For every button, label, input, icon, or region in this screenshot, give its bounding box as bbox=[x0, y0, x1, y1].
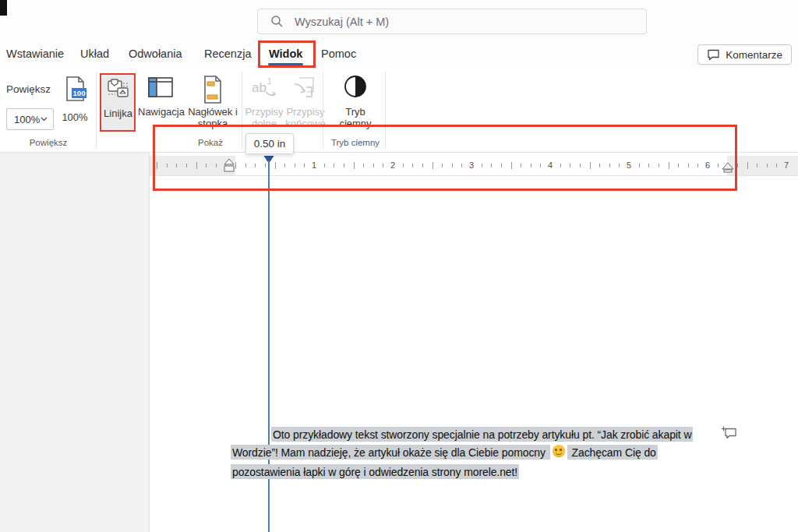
selected-text: pozostawienia łapki w górę i odwiedzenia… bbox=[231, 464, 519, 479]
ruler-tick bbox=[718, 164, 719, 167]
add-comment-indicator-icon[interactable] bbox=[722, 426, 737, 439]
footnotes-icon: ab 1 bbox=[245, 75, 284, 106]
zoom-100-page-icon: 100 bbox=[62, 75, 88, 109]
ruler-tick bbox=[324, 164, 325, 167]
ruler-tick bbox=[157, 162, 157, 169]
group-divider bbox=[242, 72, 242, 148]
header-footer-icon bbox=[185, 75, 241, 106]
svg-text:100: 100 bbox=[73, 89, 86, 97]
dark-mode-button[interactable]: Tryb ciemny bbox=[331, 75, 380, 129]
ruler-tick bbox=[304, 164, 305, 167]
tab-odwolania[interactable]: Odwołania bbox=[129, 41, 182, 69]
paragraph-line-1: Oto przykładowy tekst stworzony specjaln… bbox=[231, 425, 745, 443]
ruler-tick bbox=[363, 164, 364, 167]
ruler-tick bbox=[206, 164, 207, 167]
endnotes-button: Przypisy końcowe bbox=[285, 75, 326, 129]
ruler-tick bbox=[442, 164, 443, 167]
ruler-tick bbox=[491, 164, 492, 167]
document-area: 1234567 Oto przykładowy tekst stworzony … bbox=[0, 153, 798, 532]
document-paragraph[interactable]: Oto przykładowy tekst stworzony specjaln… bbox=[231, 425, 745, 481]
ruler-tick bbox=[167, 164, 168, 167]
ruler-tick bbox=[383, 164, 383, 167]
selected-text: Zachęcam Cię do bbox=[567, 445, 658, 460]
ruler-button-icon bbox=[101, 76, 135, 107]
ruler-number: 5 bbox=[627, 160, 631, 170]
ruler-button-label: Linijka bbox=[101, 107, 135, 119]
comments-button[interactable]: Komentarze bbox=[697, 44, 792, 65]
ruler-tick bbox=[560, 164, 561, 167]
ruler-tick bbox=[452, 164, 453, 167]
ruler-tick bbox=[354, 162, 355, 169]
word-application-window: Wyszukaj (Alt + M) Wstawianie Układ Odwo… bbox=[0, 0, 798, 532]
corner-artifact bbox=[0, 0, 7, 16]
search-placeholder: Wyszukaj (Alt + M) bbox=[295, 16, 389, 28]
title-bar: Wyszukaj (Alt + M) bbox=[0, 0, 798, 41]
ruler-tick bbox=[501, 164, 502, 167]
zoom-100-label: 100% bbox=[59, 111, 90, 123]
ruler-tick bbox=[521, 164, 521, 167]
search-input[interactable]: Wyszukaj (Alt + M) bbox=[257, 9, 647, 34]
ruler-tick bbox=[422, 164, 423, 167]
ruler-tick bbox=[344, 164, 344, 167]
navigation-icon bbox=[138, 75, 183, 106]
right-indent-marker[interactable] bbox=[722, 163, 734, 174]
ruler-tick bbox=[176, 164, 177, 167]
zoom-100-button[interactable]: 100 100% bbox=[59, 75, 90, 123]
header-footer-button[interactable]: Nagłówek i stopka bbox=[185, 75, 241, 129]
selected-text: Wordzie”! Mam nadzieję, że artykuł okaże… bbox=[231, 445, 550, 460]
ruler-tick bbox=[659, 164, 659, 167]
ruler-tick bbox=[461, 164, 462, 167]
ruler-tick bbox=[570, 164, 570, 167]
ruler-number: 1 bbox=[312, 160, 316, 170]
ruler-tick bbox=[373, 164, 374, 167]
footnotes-button: ab 1 Przypisy dolne bbox=[245, 75, 284, 129]
paragraph-line-3: pozostawienia łapki w górę i odwiedzenia… bbox=[231, 463, 745, 481]
zoom-level-dropdown[interactable]: 100% bbox=[6, 108, 54, 130]
ribbon: Powiększ 100% 100 100% Powiększ bbox=[0, 69, 798, 153]
dark-mode-button-label: Tryb ciemny bbox=[331, 106, 380, 129]
ribbon-tab-row: Wstawianie Układ Odwołania Recenzja Wido… bbox=[0, 41, 798, 69]
ruler-tick bbox=[403, 164, 404, 167]
ruler-tick bbox=[412, 164, 413, 167]
search-icon bbox=[270, 15, 284, 28]
horizontal-ruler[interactable]: 1234567 bbox=[150, 156, 798, 176]
app-background-panel bbox=[0, 153, 150, 532]
tab-pomoc[interactable]: Pomoc bbox=[321, 41, 356, 69]
ruler-drag-tooltip: 0.50 in bbox=[245, 133, 294, 154]
ruler-number: 6 bbox=[705, 160, 710, 170]
ruler-tick bbox=[737, 164, 738, 167]
tab-uklad[interactable]: Układ bbox=[80, 41, 109, 69]
hanging-indent-marker[interactable] bbox=[224, 159, 235, 173]
navigation-button[interactable]: Nawigacja bbox=[138, 75, 183, 118]
ruler-tick bbox=[599, 164, 600, 167]
endnotes-button-label: Przypisy końcowe bbox=[285, 106, 326, 129]
ruler-tick bbox=[609, 164, 610, 167]
comments-button-label: Komentarze bbox=[726, 49, 782, 61]
group-divider bbox=[385, 72, 386, 148]
comment-bubble-icon bbox=[707, 49, 720, 61]
ruler-number: 3 bbox=[469, 160, 474, 170]
ruler-tick bbox=[245, 164, 246, 167]
ruler-tick bbox=[767, 164, 768, 167]
ruler-tick bbox=[334, 164, 334, 167]
ruler-number: 7 bbox=[784, 160, 789, 170]
ruler-tick bbox=[255, 164, 256, 167]
ruler-number: 4 bbox=[548, 160, 553, 170]
zoom-dialog-button[interactable]: Powiększ bbox=[6, 83, 51, 95]
zoom-level-value: 100% bbox=[14, 114, 40, 125]
ruler-tick bbox=[511, 162, 512, 169]
header-footer-button-label: Nagłówek i stopka bbox=[185, 106, 241, 129]
endnotes-icon bbox=[285, 75, 326, 106]
selected-text: Oto przykładowy tekst stworzony specjaln… bbox=[271, 427, 693, 442]
chevron-down-icon bbox=[41, 117, 48, 122]
ruler-tick bbox=[216, 164, 217, 167]
ruler-tick bbox=[648, 164, 649, 167]
ruler-tick bbox=[669, 162, 669, 169]
tab-recenzja[interactable]: Recenzja bbox=[204, 41, 251, 69]
ruler-toggle-button[interactable]: Linijka bbox=[101, 75, 135, 131]
ruler-number: 2 bbox=[390, 160, 395, 170]
ruler-tick bbox=[688, 164, 689, 167]
group-label-powieksz: Powiększ bbox=[8, 138, 89, 147]
ruler-tick bbox=[776, 164, 777, 167]
tab-wstawianie[interactable]: Wstawianie bbox=[6, 41, 64, 69]
